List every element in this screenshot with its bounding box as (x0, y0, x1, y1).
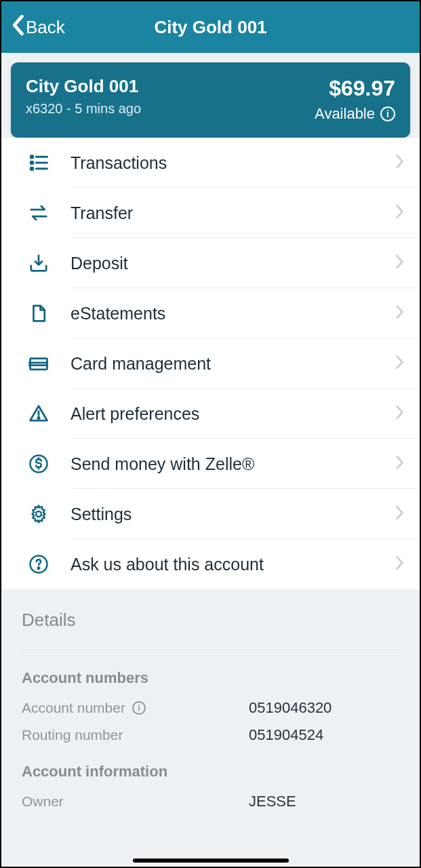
owner-value: JESSE (249, 793, 296, 810)
account-info-title: Account information (22, 763, 399, 781)
menu-label: Card management (71, 354, 395, 374)
question-circle-icon (27, 553, 50, 576)
menu-label: Transactions (71, 153, 395, 173)
info-icon[interactable]: i (132, 701, 146, 715)
account-name: City Gold 001 (26, 76, 141, 97)
svg-point-0 (31, 156, 33, 159)
back-label: Back (26, 17, 65, 38)
chevron-left-icon (11, 14, 24, 41)
menu-item-transfer[interactable]: Transfer (1, 188, 420, 238)
chevron-right-icon (395, 304, 405, 322)
chevron-right-icon (395, 355, 405, 372)
menu-label: eStatements (71, 304, 395, 323)
svg-point-16 (38, 567, 40, 569)
account-number-value: 0519046320 (249, 699, 332, 717)
info-icon[interactable]: i (380, 106, 395, 121)
menu-label: Alert preferences (71, 404, 395, 424)
deposit-icon (27, 252, 50, 275)
details-title: Details (22, 610, 399, 650)
svg-point-10 (38, 417, 40, 419)
account-numbers-title: Account numbers (22, 669, 399, 687)
page-title: City Gold 001 (154, 17, 266, 38)
menu-label: Transfer (71, 203, 395, 223)
home-indicator[interactable] (133, 859, 289, 863)
navbar: Back City Gold 001 (1, 1, 420, 53)
menu-item-alert-preferences[interactable]: Alert preferences (1, 389, 420, 439)
chevron-right-icon (395, 405, 405, 422)
menu-list: Transactions Transfer Deposit eStatement… (1, 138, 420, 589)
menu-item-settings[interactable]: Settings (1, 489, 420, 539)
routing-number-label: Routing number (22, 727, 123, 743)
menu-item-estatements[interactable]: eStatements (1, 288, 420, 338)
menu-label: Settings (71, 505, 395, 524)
routing-number-value: 051904524 (249, 726, 323, 744)
card-icon (27, 352, 50, 375)
account-balance: $69.97 (329, 76, 395, 101)
menu-label: Deposit (71, 254, 395, 273)
dollar-circle-icon (27, 452, 50, 475)
owner-label: Owner (22, 793, 64, 810)
details-section: Details Account numbers Account number i… (1, 589, 420, 820)
svg-point-14 (36, 511, 41, 517)
menu-item-ask-us[interactable]: Ask us about this account (1, 539, 420, 589)
menu-item-card-management[interactable]: Card management (1, 338, 420, 389)
menu-label: Send money with Zelle® (71, 454, 395, 474)
account-number-row: Account number i 0519046320 (22, 699, 399, 717)
routing-number-row: Routing number 051904524 (22, 726, 399, 744)
chevron-right-icon (395, 505, 405, 523)
back-button[interactable]: Back (11, 14, 65, 41)
svg-point-2 (31, 161, 33, 164)
available-label: Available (315, 105, 375, 123)
chevron-right-icon (395, 204, 405, 222)
menu-item-transactions[interactable]: Transactions (1, 138, 420, 188)
chevron-right-icon (395, 154, 405, 172)
transfer-icon (27, 201, 50, 224)
account-summary-card: City Gold 001 x6320 - 5 mins ago $69.97 … (11, 62, 410, 138)
svg-rect-6 (31, 359, 47, 370)
menu-item-send-zelle[interactable]: Send money with Zelle® (1, 439, 420, 489)
account-subtitle: x6320 - 5 mins ago (26, 101, 141, 117)
chevron-right-icon (395, 254, 405, 272)
owner-row: Owner JESSE (22, 793, 399, 810)
gear-icon (27, 502, 50, 526)
chevron-right-icon (395, 455, 405, 473)
svg-point-4 (31, 167, 33, 170)
menu-item-deposit[interactable]: Deposit (1, 238, 420, 288)
account-number-label: Account number (22, 700, 125, 716)
menu-label: Ask us about this account (71, 555, 395, 574)
document-icon (27, 302, 50, 325)
list-icon (27, 151, 50, 174)
alert-icon (27, 402, 50, 425)
chevron-right-icon (395, 555, 405, 573)
